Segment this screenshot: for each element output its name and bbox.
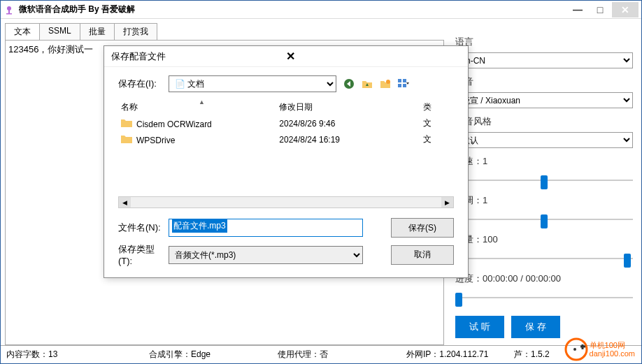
- filename-label: 文件名(N):: [118, 221, 169, 234]
- new-folder-icon[interactable]: [378, 77, 392, 91]
- svg-rect-12: [403, 84, 406, 87]
- logo-icon: [564, 337, 588, 361]
- listen-button[interactable]: 试 听: [455, 316, 504, 338]
- view-menu-icon[interactable]: [397, 77, 411, 91]
- ip-label: 外网IP：: [406, 349, 439, 359]
- hscrollbar[interactable]: ◀▶: [118, 196, 454, 208]
- voice-select[interactable]: 晓宣 / Xiaoxuan: [455, 92, 633, 108]
- ip-value: 1.204.112.71: [439, 349, 488, 359]
- dialog-close-button[interactable]: ✕: [283, 50, 461, 63]
- language-select[interactable]: zh-CN: [455, 52, 633, 68]
- close-button[interactable]: ✕: [612, 2, 639, 17]
- svg-rect-9: [398, 79, 401, 82]
- filetype-label: 保存类型(T):: [118, 243, 169, 266]
- svg-rect-1: [8, 10, 10, 13]
- file-row[interactable]: WPSDrive 2024/8/24 16:19 文: [118, 131, 454, 147]
- up-folder-icon[interactable]: [360, 77, 374, 91]
- svg-point-8: [386, 80, 390, 84]
- filetype-select[interactable]: 音频文件(*.mp3): [169, 246, 363, 264]
- sort-arrow-icon: ▲: [199, 99, 205, 105]
- filename-input[interactable]: 配音文件.mp3: [169, 219, 363, 237]
- tab-batch[interactable]: 批量: [80, 23, 115, 40]
- logo-line1: 单机100网: [590, 341, 635, 349]
- tab-donate[interactable]: 打赏我: [114, 23, 157, 40]
- back-icon[interactable]: [342, 77, 356, 91]
- window-title: 微软语音合成助手 By 吾爱破解: [19, 3, 566, 15]
- file-row[interactable]: Cisdem OCRWizard 2024/8/26 9:46 文: [118, 115, 454, 131]
- proxy-value: 否: [320, 349, 328, 359]
- language-label: 语言: [455, 36, 633, 48]
- minimize-button[interactable]: —: [567, 2, 588, 17]
- volume-label: 音量：100: [455, 233, 633, 246]
- volume-slider[interactable]: [455, 252, 633, 265]
- col-date[interactable]: 修改日期: [279, 101, 423, 113]
- progress-slider[interactable]: [455, 291, 633, 305]
- col-type[interactable]: 类: [423, 101, 451, 113]
- svg-rect-11: [398, 84, 401, 87]
- engine-label: 合成引擎：: [149, 349, 191, 359]
- engine-value: Edge: [191, 349, 211, 359]
- style-label: 语音风格: [455, 115, 633, 128]
- scroll-right-icon[interactable]: ▶: [441, 197, 453, 208]
- tab-ssml[interactable]: SSML: [39, 23, 80, 40]
- file-list: ▲ 名称 修改日期 类 Cisdem OCRWizard 2024/8/26 9…: [118, 99, 454, 208]
- savein-select[interactable]: 📄 文档: [169, 75, 336, 92]
- tab-bar: 文本 SSML 批量 打赏我: [5, 23, 444, 40]
- pitch-label: 语调：1: [455, 194, 633, 207]
- voice-label: 声音: [455, 75, 633, 88]
- dialog-title-text: 保存配音文件: [111, 50, 283, 63]
- speed-slider[interactable]: [455, 173, 633, 187]
- folder-icon: [121, 118, 132, 127]
- chars-value: 13: [48, 349, 57, 359]
- titlebar[interactable]: 微软语音合成助手 By 吾爱破解 — □ ✕: [1, 1, 641, 19]
- right-pane: 语言 zh-CN 声音 晓宣 / Xiaoxuan 语音风格 默认 语速：1 语…: [448, 19, 641, 345]
- dialog-cancel-button[interactable]: 取消: [391, 245, 454, 265]
- ver-label: 芦：: [514, 349, 531, 359]
- app-icon: [3, 4, 15, 15]
- save-dialog: 保存配音文件 ✕ 保存在(I): 📄 文档 ▲ 名称 修改日期 类 Cisde: [104, 45, 469, 278]
- file-list-header[interactable]: ▲ 名称 修改日期 类: [118, 99, 454, 115]
- svg-rect-10: [403, 79, 406, 82]
- speed-label: 语速：1: [455, 155, 633, 168]
- savein-label: 保存在(I):: [118, 78, 169, 90]
- maximize-button[interactable]: □: [590, 2, 611, 17]
- scroll-left-icon[interactable]: ◀: [119, 197, 131, 208]
- logo-line2: danji100.com: [590, 349, 635, 358]
- style-select[interactable]: 默认: [455, 132, 633, 148]
- status-bar: 内容字数：13 合成引擎：Edge 使用代理：否 外网IP：1.204.112.…: [1, 345, 641, 363]
- progress-label: 进度：00:00:00 / 00:00:00: [455, 272, 633, 285]
- pitch-slider[interactable]: [455, 212, 633, 226]
- chars-label: 内容字数：: [6, 349, 48, 359]
- folder-icon: [121, 134, 132, 143]
- svg-rect-2: [6, 13, 12, 15]
- save-button[interactable]: 保 存: [511, 316, 560, 338]
- tab-text[interactable]: 文本: [5, 23, 40, 40]
- ver-value: 1.5.2: [531, 349, 550, 359]
- watermark-logo: 单机100网danji100.com: [564, 337, 635, 361]
- svg-point-4: [573, 348, 576, 351]
- proxy-label: 使用代理：: [278, 349, 320, 359]
- file-rows: Cisdem OCRWizard 2024/8/26 9:46 文 WPSDri…: [118, 115, 454, 196]
- dialog-save-button[interactable]: 保存(S): [391, 218, 454, 238]
- dialog-titlebar[interactable]: 保存配音文件 ✕: [104, 46, 468, 67]
